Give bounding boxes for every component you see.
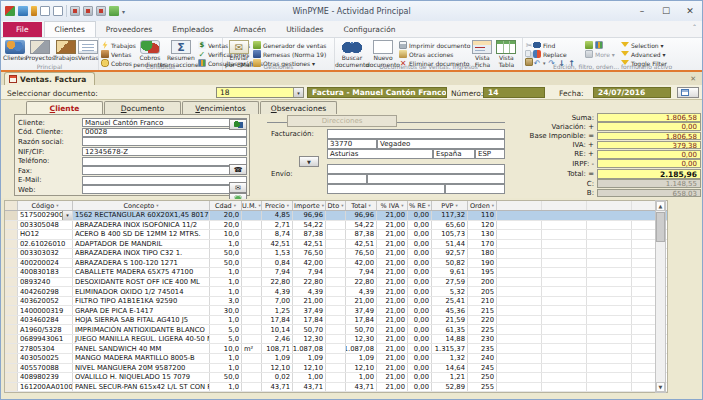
cell-um[interactable] <box>242 259 262 268</box>
row-selector[interactable] <box>5 316 18 325</box>
cell-importe[interactable]: 7,94 <box>293 268 326 277</box>
cut-button[interactable] <box>525 41 533 49</box>
ribbon-tab[interactable]: Clientes <box>44 21 96 37</box>
cell-orden[interactable]: 240 <box>468 354 497 363</box>
ribbon-tab[interactable]: Utilidades <box>276 22 333 37</box>
cell-orden[interactable]: 120 <box>468 221 497 230</box>
cell-importe[interactable]: 54,22 <box>293 221 326 230</box>
cell-um[interactable] <box>242 325 262 334</box>
ribbon-tab[interactable]: Almacén <box>224 22 277 37</box>
cell-orden[interactable]: 215 <box>468 306 497 315</box>
cell-importe[interactable]: 42,00 <box>293 259 326 268</box>
cell-iva[interactable]: 21,00 <box>377 230 408 239</box>
cell-iva[interactable]: 21,00 <box>377 344 408 353</box>
cell-cdad[interactable]: 1,0 <box>210 278 242 287</box>
cell-re[interactable]: 0,00 <box>408 316 432 325</box>
cell-dto[interactable] <box>326 230 346 239</box>
row-selector[interactable] <box>5 297 18 306</box>
cell-importe[interactable]: 12,10 <box>293 364 326 373</box>
header-importe[interactable]: Importe▾ <box>293 201 326 210</box>
scroll-down-icon[interactable]: ▼ <box>656 382 665 392</box>
cell-total[interactable]: 1,00 <box>346 373 377 382</box>
cell-pvp[interactable]: 117,32 <box>432 211 468 220</box>
cell-importe[interactable]: 1.087,08 <box>293 344 326 353</box>
cell-importe[interactable]: 12,30 <box>293 335 326 344</box>
cell-importe[interactable]: 50,70 <box>293 325 326 334</box>
row-selector[interactable] <box>5 211 18 220</box>
cell-codigo[interactable]: HO12 <box>18 230 73 239</box>
cell-iva[interactable]: 21,00 <box>377 211 408 220</box>
cell-iva[interactable]: 21,00 <box>377 335 408 344</box>
cell-pvp[interactable]: 61,35 <box>432 325 468 334</box>
cell-total[interactable]: 87,38 <box>346 230 377 239</box>
cell-codigo[interactable]: 404260298 <box>18 287 73 296</box>
cell-precio[interactable]: 10,14 <box>262 325 293 334</box>
direcciones-button[interactable]: Direcciones <box>287 115 397 127</box>
cell-total[interactable]: 12,30 <box>346 335 377 344</box>
row-selector[interactable] <box>5 268 18 277</box>
cell-cdad[interactable]: 30,0 <box>210 306 242 315</box>
maximize-button[interactable]: ☐ <box>654 1 678 21</box>
cell-concepto[interactable]: ABRAZADERA INOX ISOFÓNICA 11/2 <box>73 221 210 230</box>
cell-total[interactable]: 54,22 <box>346 221 377 230</box>
cell-concepto[interactable]: OVALILLO H. NIQUELADO 15 7079 <box>73 373 210 382</box>
cell-orden[interactable]: 205 <box>468 287 497 296</box>
header-dto[interactable]: Dto▾ <box>326 201 346 210</box>
cell-iva[interactable]: 21,00 <box>377 373 408 382</box>
cell-concepto[interactable]: DESOXIDANTE ROST OFF ICE 400 ML <box>73 278 210 287</box>
scrollbar-thumb[interactable] <box>656 212 665 242</box>
form-tab[interactable]: Observaciones <box>260 101 337 114</box>
cell-codigo[interactable]: 400200024 <box>18 259 73 268</box>
table-vertical-scrollbar[interactable]: ▲ ▼ <box>655 200 666 393</box>
cell-um[interactable] <box>242 268 262 277</box>
cell-precio[interactable]: 2,46 <box>262 335 293 344</box>
cell-total[interactable]: 1,09 <box>346 354 377 363</box>
cell-codigo[interactable]: 0893240 <box>18 278 73 287</box>
ribbon-tab[interactable]: Configuración <box>333 22 405 37</box>
cell-pvp[interactable]: 1,32 <box>432 354 468 363</box>
db-icon[interactable] <box>70 6 80 16</box>
cell-orden[interactable]: 210 <box>468 297 497 306</box>
row-selector[interactable] <box>5 287 18 296</box>
cell-concepto[interactable]: HOJA SIERRA SAB FITAL AG410 J5 <box>73 316 210 325</box>
cell-iva[interactable]: 21,00 <box>377 259 408 268</box>
cell-pvp[interactable]: 14,64 <box>432 364 468 373</box>
table-row[interactable]: A1960/5328 IMPRIMACIÓN ANTIOXIDANTE BLAN… <box>5 325 667 335</box>
cell-re[interactable]: 0,00 <box>408 211 432 220</box>
close-form-icon[interactable]: ✕ <box>690 75 696 83</box>
cell-codigo[interactable]: 517500290013 <box>18 211 73 220</box>
cell-pvp[interactable]: 92,57 <box>432 249 468 258</box>
cell-concepto[interactable]: PANEL SANDWICH 40 MM <box>73 344 210 353</box>
cell-um[interactable] <box>242 297 262 306</box>
country-field[interactable]: España <box>433 149 475 159</box>
table-row[interactable]: 405570088 NIVEL MANGUERA 20M 9587200 1,0… <box>5 364 667 374</box>
cell-pvp[interactable]: 45,36 <box>432 306 468 315</box>
replace-button[interactable]: Replace <box>533 50 585 58</box>
field-input[interactable] <box>82 157 247 166</box>
header-cdad[interactable]: Cdad▾ <box>210 201 242 210</box>
filter-button[interactable]: Selection ▾ <box>621 41 667 49</box>
cell-iva[interactable]: 21,00 <box>377 383 408 392</box>
row-selector[interactable] <box>5 240 18 249</box>
cell-concepto[interactable]: GRAPA DE PICA E-1417 <box>73 306 210 315</box>
cell-concepto[interactable]: ELIMINADOR OXIDO 1/2 745014 <box>73 287 210 296</box>
cell-iva[interactable]: 21,00 <box>377 249 408 258</box>
cell-dto[interactable] <box>326 259 346 268</box>
more-button[interactable]: More ▾ <box>585 50 621 58</box>
cell-orden[interactable]: 110 <box>468 211 497 220</box>
cell-iva[interactable]: 21,00 <box>377 316 408 325</box>
cell-codigo[interactable]: 400830183 <box>18 268 73 277</box>
cell-re[interactable]: 0,00 <box>408 278 432 287</box>
cell-total[interactable]: 96,96 <box>346 211 377 220</box>
table-row[interactable]: 400200024 ABRAZADERA S 100-120 1271 50,0… <box>5 259 667 269</box>
cell-precio[interactable]: 2,71 <box>262 221 293 230</box>
page-icon[interactable] <box>40 6 50 16</box>
cell-total[interactable]: 22,80 <box>346 278 377 287</box>
cell-um[interactable] <box>242 383 262 392</box>
cell-concepto[interactable]: JUEGO MANILLA REGUL. LIGERA 40-50 M <box>73 335 210 344</box>
table-row[interactable]: 408980239 OVALILLO H. NIQUELADO 15 7079 … <box>5 373 667 383</box>
cell-dto[interactable] <box>326 240 346 249</box>
cell-pvp[interactable]: 14,88 <box>432 335 468 344</box>
field-input[interactable] <box>82 166 247 175</box>
form-tab[interactable]: Cliente <box>26 101 103 115</box>
